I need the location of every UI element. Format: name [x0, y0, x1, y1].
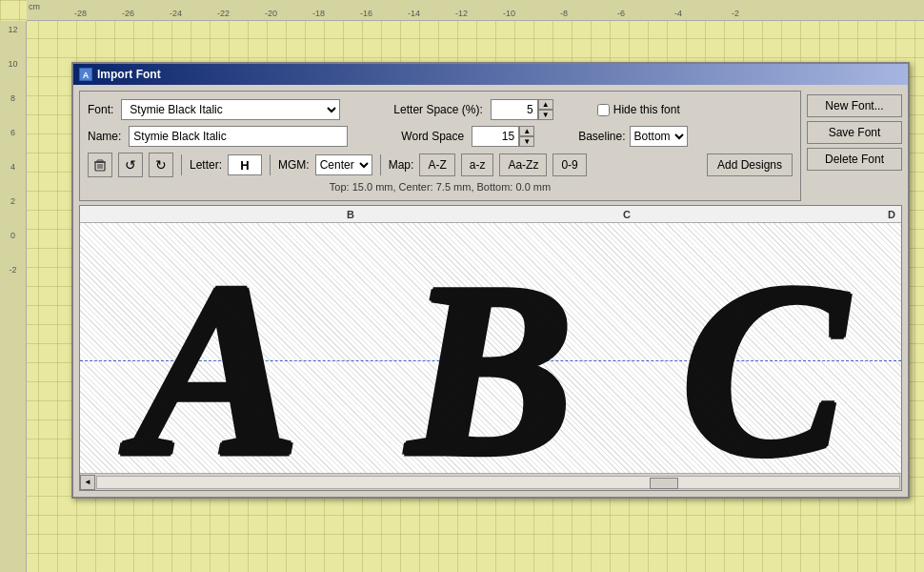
map-az-button[interactable]: A-Z	[419, 153, 454, 176]
font-label: Font:	[88, 103, 113, 116]
svg-text:C: C	[682, 232, 853, 473]
letter-space-label: Letter Space (%):	[393, 103, 482, 116]
canvas-content: A B C	[80, 223, 901, 473]
baseline-select[interactable]: Bottom Center Top	[630, 126, 688, 147]
svg-text:B: B	[404, 232, 572, 473]
mgm-select[interactable]: Center Left Right	[315, 154, 372, 175]
redo-icon: ↻	[155, 157, 167, 173]
word-space-input[interactable]	[472, 126, 519, 147]
divider2	[270, 154, 271, 175]
canvas-ruler: B C D	[80, 206, 901, 223]
hide-font-label: Hide this font	[597, 103, 680, 116]
letter-space-up[interactable]: ▲	[538, 99, 553, 110]
baseline-group: Baseline: Bottom Center Top	[578, 126, 687, 147]
letter-input[interactable]	[228, 154, 262, 175]
letter-space-down[interactable]: ▼	[538, 110, 553, 120]
canvas-area: B C D	[79, 205, 902, 491]
redo-button[interactable]: ↻	[149, 153, 173, 177]
scroll-track[interactable]	[96, 476, 900, 489]
delete-font-button[interactable]: Delete Font	[807, 148, 902, 171]
divider3	[380, 154, 381, 175]
scroll-left-button[interactable]: ◄	[80, 475, 95, 490]
letters-display: A B C	[80, 223, 901, 473]
divider	[181, 154, 182, 175]
undo-button[interactable]: ↺	[118, 153, 143, 177]
letter-space-input[interactable]	[491, 99, 538, 120]
font-dropdown[interactable]: Stymie Black Italic	[121, 99, 340, 120]
new-font-button[interactable]: New Font...	[807, 94, 902, 117]
name-label: Name:	[88, 130, 121, 143]
name-input[interactable]	[129, 126, 348, 147]
word-space-label: Word Space	[401, 130, 464, 143]
map-aazz-button[interactable]: Aa-Zz	[499, 153, 547, 176]
trash-button[interactable]	[88, 153, 112, 177]
letter-space-control: ▲ ▼	[491, 99, 553, 120]
hide-font-checkbox[interactable]	[597, 104, 610, 116]
map-09-button[interactable]: 0-9	[552, 153, 586, 176]
add-designs-button[interactable]: Add Designs	[707, 153, 793, 176]
letter-b: B	[353, 224, 627, 472]
mgm-label: MGM:	[278, 158, 310, 172]
svg-rect-5	[97, 160, 103, 162]
baseline-label: Baseline:	[578, 130, 625, 143]
save-font-button[interactable]: Save Font	[807, 121, 902, 144]
dialog-title: Import Font	[97, 68, 161, 81]
letter-c: C	[628, 224, 901, 472]
letter-label: Letter:	[190, 158, 222, 172]
map-az-lower-button[interactable]: a-z	[461, 153, 494, 176]
ruler-left: 12 10 8 6 4 2 0 -2	[0, 21, 27, 572]
dialog-titlebar: A Import Font	[73, 64, 908, 85]
undo-icon: ↺	[125, 157, 136, 173]
canvas-scrollbar[interactable]: ◄	[80, 473, 901, 490]
svg-text:A: A	[119, 232, 300, 473]
word-space-up[interactable]: ▲	[519, 126, 534, 136]
word-space-down[interactable]: ▼	[519, 136, 534, 147]
import-font-dialog: A Import Font Font: Stymie Black Italic …	[71, 62, 910, 499]
letter-a: A	[80, 224, 353, 472]
dialog-icon: A	[79, 68, 92, 81]
scroll-thumb[interactable]	[650, 478, 678, 489]
map-label: Map:	[389, 158, 414, 172]
status-text: Top: 15.0 mm, Center: 7.5 mm, Bottom: 0.…	[88, 181, 793, 193]
word-space-control: ▲ ▼	[472, 126, 534, 147]
ruler-top: cm -28 -26 -24 -22 -20 -18 -16 -14 -12 -…	[27, 0, 924, 21]
